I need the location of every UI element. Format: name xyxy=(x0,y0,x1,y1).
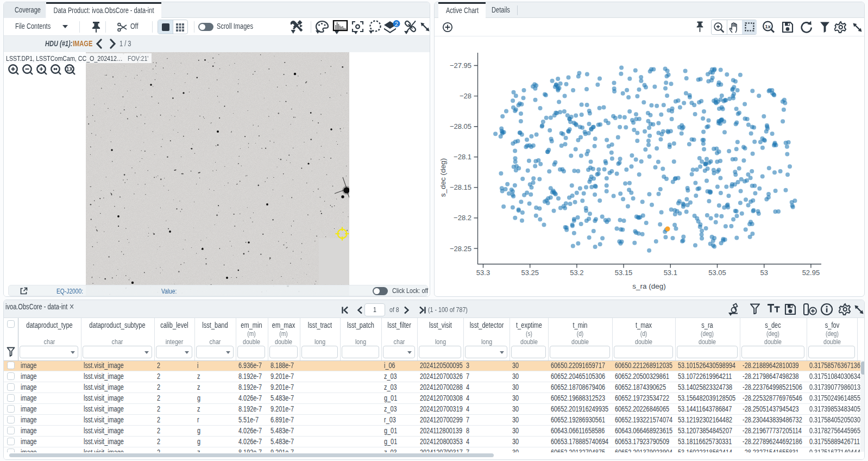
svg-text:s_dec (deg): s_dec (deg) xyxy=(439,158,447,197)
svg-text:−28: −28 xyxy=(460,92,471,100)
svg-text:−28.2: −28.2 xyxy=(454,214,471,222)
svg-text:53.2: 53.2 xyxy=(570,269,583,277)
svg-text:53.05: 53.05 xyxy=(708,269,726,277)
svg-text:53.25: 53.25 xyxy=(521,269,539,277)
svg-text:53: 53 xyxy=(760,269,768,277)
svg-text:−28.25: −28.25 xyxy=(450,245,471,253)
svg-text:−27.95: −27.95 xyxy=(450,61,471,70)
svg-text:−28.15: −28.15 xyxy=(450,183,471,191)
svg-text:53.1: 53.1 xyxy=(664,269,677,277)
svg-text:52.95: 52.95 xyxy=(802,269,820,277)
svg-text:2: 2 xyxy=(395,21,398,27)
svg-text:1X: 1X xyxy=(66,66,73,72)
svg-text:−28.1: −28.1 xyxy=(454,153,471,161)
svg-text:−28.05: −28.05 xyxy=(450,122,471,130)
svg-text:53.15: 53.15 xyxy=(615,269,633,277)
svg-text:s_ra (deg): s_ra (deg) xyxy=(632,282,666,290)
svg-text:53.3: 53.3 xyxy=(476,269,490,277)
svg-text:1x: 1x xyxy=(765,23,771,29)
